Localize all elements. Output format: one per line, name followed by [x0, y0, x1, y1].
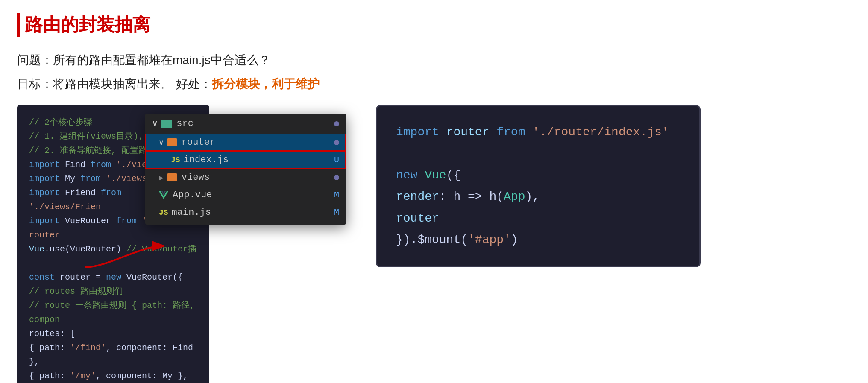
index-js-row[interactable]: JS index.js U	[145, 151, 346, 169]
router-chevron-icon: ∨	[159, 138, 164, 147]
main-js-label: main.js	[172, 207, 211, 218]
app-vue-label: App.vue	[173, 190, 212, 200]
right-line-blank	[396, 143, 680, 164]
app-m-badge: M	[334, 190, 339, 200]
red-arrow-annotation	[81, 237, 167, 273]
src-chevron-icon: ∨	[152, 118, 158, 129]
render-prop: render	[396, 190, 439, 203]
src-label: src	[176, 118, 194, 129]
right-line-6: }).$mount('#app')	[396, 229, 680, 251]
views-chevron-icon: ▶	[159, 173, 164, 182]
tree-src-header: ∨ src	[145, 114, 346, 134]
file-tree-overlay: ∨ src ∨ router JS index.js	[145, 114, 346, 225]
page-container: 路由的封装抽离 问题：所有的路由配置都堆在main.js中合适么？ 目标：将路由…	[0, 0, 868, 383]
router-prop: router	[396, 212, 439, 225]
views-dot-indicator	[334, 175, 339, 180]
app-classname: App	[504, 190, 525, 203]
index-u-badge: U	[334, 155, 339, 165]
app-vue-row[interactable]: App.vue M	[145, 186, 346, 204]
right-line-5: router	[396, 208, 680, 229]
main-js-row[interactable]: JS main.js M	[145, 204, 346, 221]
src-dot-indicator	[334, 121, 339, 126]
left-section: // 2个核心步骤 // 1. 建组件(views目录), 配规则 // 2. …	[17, 105, 350, 383]
right-line-1: import router from './router/index.js'	[396, 122, 680, 143]
views-row[interactable]: ▶ views	[145, 169, 346, 186]
new-keyword: new	[396, 169, 425, 182]
views-folder-icon	[167, 173, 177, 181]
vue-icon	[159, 191, 168, 199]
code-line-15: { path: '/my', component: My },	[29, 369, 197, 383]
router-label: router	[182, 137, 215, 148]
right-line-3: new Vue({	[396, 165, 680, 186]
right-line-4: render: h => h(App),	[396, 186, 680, 208]
code-line-11: // routes 路由规则们	[29, 284, 197, 298]
right-code-block: import router from './router/index.js' n…	[376, 105, 701, 267]
index-js-label: index.js	[184, 155, 229, 165]
js-badge: JS	[171, 156, 180, 164]
code-line-13: routes: [	[29, 327, 197, 341]
goal-prefix: 目标：将路由模块抽离出来。 好处：	[17, 77, 212, 91]
question-line: 问题：所有的路由配置都堆在main.js中合适么？	[17, 52, 851, 68]
vue-classname: Vue	[425, 169, 446, 182]
import-keyword: import	[396, 126, 439, 139]
mount-selector: '#app'	[468, 233, 511, 246]
page-title: 路由的封装抽离	[17, 13, 851, 37]
router-row[interactable]: ∨ router	[145, 134, 346, 151]
router-dot-indicator	[334, 140, 339, 145]
code-line-12: // route 一条路由规则 { path: 路径, compon	[29, 298, 197, 327]
router-name: router	[439, 126, 496, 139]
main-content: // 2个核心步骤 // 1. 建组件(views目录), 配规则 // 2. …	[17, 105, 851, 383]
from-keyword: from	[496, 126, 525, 139]
main-m-badge: M	[334, 208, 339, 217]
main-js-badge: JS	[159, 208, 168, 217]
goal-highlight: 拆分模块，利于维护	[212, 77, 320, 91]
goal-line: 目标：将路由模块抽离出来。 好处：拆分模块，利于维护	[17, 76, 851, 92]
views-label: views	[182, 172, 210, 183]
router-path: './router/index.js'	[525, 126, 669, 139]
router-folder-icon	[167, 138, 177, 146]
src-folder-icon	[161, 120, 172, 128]
code-line-14: { path: '/find', component: Find },	[29, 341, 197, 369]
